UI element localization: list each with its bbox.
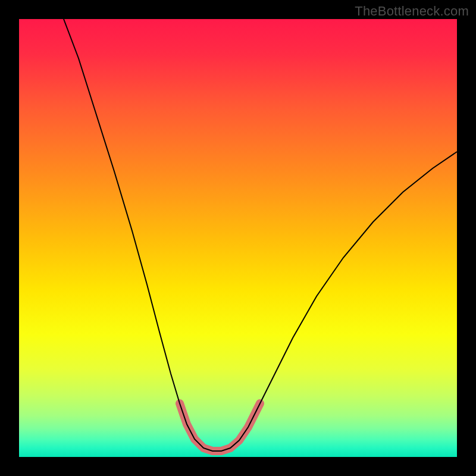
- watermark-text: TheBottleneck.com: [355, 4, 469, 19]
- chart-svg: [19, 19, 457, 457]
- plot-area: [19, 19, 457, 457]
- chart-frame: TheBottleneck.com: [0, 0, 476, 476]
- curve-main: [64, 19, 457, 451]
